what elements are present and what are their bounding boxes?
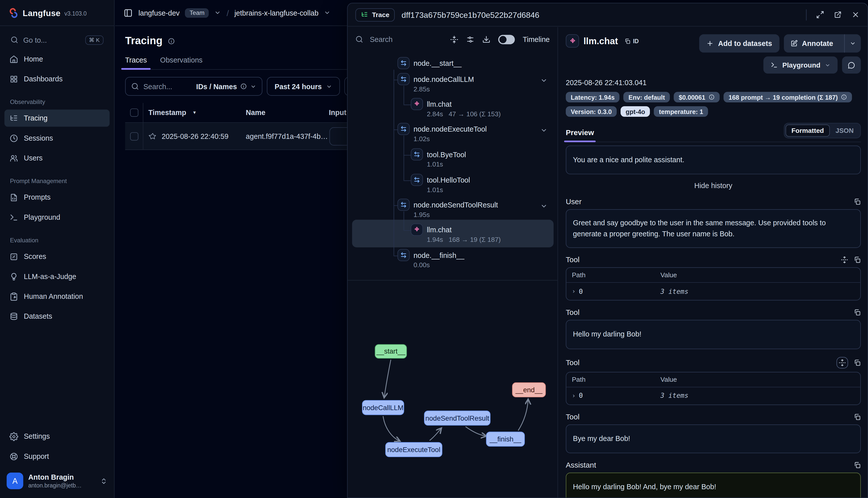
close-icon[interactable] [852,11,860,19]
sidebar-item-scores[interactable]: Scores [4,248,110,265]
tree-item-selected[interactable]: llm.chat [427,226,452,234]
playground-button[interactable]: Playground [764,56,838,74]
env-badge: Env: default [624,92,670,103]
duration: 1.02s [414,135,430,143]
graph-node-nodecallllm[interactable]: nodeCallLLM [362,400,404,415]
sidebar-item-home[interactable]: Home [4,51,110,68]
graph-node-end[interactable]: __end__ [512,382,546,397]
tree-item[interactable]: node.__finish__ [414,251,464,259]
unfold-vertical-icon[interactable] [841,257,848,264]
lightbulb-icon [9,272,18,281]
info-icon[interactable] [168,37,175,45]
tree-search-input[interactable]: Search [370,35,393,43]
chevron-down-icon[interactable] [540,127,548,134]
tree-item[interactable]: tool.HelloTool [427,176,470,184]
row-name: agent.f9f77d1a-437f-4b… [246,123,329,149]
sidebar-item-sessions[interactable]: Sessions [4,130,110,147]
chevron-right-icon[interactable]: › [572,288,575,295]
tree-item[interactable]: node.__start__ [414,59,462,68]
user-menu[interactable]: A Anton Bragin anton.bragin@jetb… [4,468,110,495]
add-to-datasets-button[interactable]: Add to datasets [699,35,779,53]
col-timestamp[interactable]: Timestamp [148,108,186,117]
sidebar-item-support[interactable]: Support [4,448,110,465]
breadcrumb-org[interactable]: langfuse-dev [139,9,180,17]
format-formatted[interactable]: Formatted [785,124,830,136]
sidebar-item-users[interactable]: Users [4,149,110,167]
tool-call-table: Path Value ›0 3 items [566,372,861,405]
tool-message: Bye my dear Bob! [566,424,861,453]
sidebar-item-datasets[interactable]: Datasets [4,307,110,325]
col-name[interactable]: Name [246,103,329,122]
search-scope-dropdown[interactable]: IDs / Names [196,82,257,90]
copy-icon[interactable] [854,413,861,420]
expand-icon[interactable] [816,11,824,19]
json-row[interactable]: ›0 3 items [566,283,860,300]
sidebar-item-playground[interactable]: Playground [4,209,110,226]
copy-icon[interactable] [854,359,861,366]
sidebar-item-prompts[interactable]: Prompts [4,188,110,206]
tree-item[interactable]: tool.ByeTool [427,150,466,159]
annotate-button[interactable]: Annotate [783,35,861,53]
copy-icon[interactable] [854,257,861,264]
copy-icon[interactable] [854,309,861,316]
unfold-vertical-button-focused[interactable] [836,357,848,368]
settings-sliders-icon[interactable] [466,35,475,43]
chevron-right-icon[interactable]: › [572,392,575,399]
tab-traces[interactable]: Traces [125,56,147,69]
hide-history-link[interactable]: Hide history [566,182,861,190]
tree-item[interactable]: node.nodeCallLLM [414,75,474,84]
span-type-icon [411,148,423,160]
user-message: Greet and say goodbye to the user in the… [566,209,861,248]
chevron-down-icon [250,83,256,89]
goto-search[interactable]: Go to... ⌘ K [5,32,108,48]
copy-id-button[interactable]: ID [624,38,639,44]
tree-item[interactable]: node.nodeExecuteTool [414,125,487,133]
chevron-down-icon[interactable] [324,9,331,16]
tree-item[interactable]: llm.chat [427,100,452,108]
chevron-down-icon[interactable] [540,202,548,210]
panel-left-icon[interactable] [124,8,133,17]
star-icon[interactable] [148,132,157,140]
chevron-down-icon[interactable] [215,9,221,16]
sidebar-item-tracing[interactable]: Tracing [4,109,110,127]
select-all-checkbox[interactable] [130,108,138,117]
copy-icon[interactable] [854,461,861,469]
role-label: User [566,198,582,206]
copy-icon[interactable] [854,198,861,206]
graph-node-finish[interactable]: __finish__ [486,432,525,446]
json-row[interactable]: ›0 3 items [566,387,860,404]
graph-node-nodesendtoolresult[interactable]: nodeSendToolResult [424,410,490,425]
comment-button[interactable] [842,56,861,74]
tokens-badge[interactable]: 168 prompt → 19 completion (Σ 187) [724,92,852,103]
graph-node-nodeexecutetool[interactable]: nodeExecuteTool [385,442,442,457]
row-checkbox[interactable] [130,132,138,140]
clock-icon [9,134,18,142]
format-json[interactable]: JSON [830,125,859,136]
search-input[interactable]: Search... IDs / Names [125,77,262,96]
cost-badge[interactable]: $0.00061 [674,92,720,103]
sidebar-item-human-annotation[interactable]: Human Annotation [4,288,110,305]
version-badge: Version: 0.3.0 [566,106,617,117]
time-range-select[interactable]: Past 24 hours [267,77,340,96]
download-icon[interactable] [482,35,491,43]
open-in-new-icon[interactable] [833,11,842,19]
breadcrumb-project[interactable]: jetbrains-x-langfuse-collab [234,9,318,17]
tab-preview[interactable]: Preview [566,128,594,142]
role-label: Tool [566,412,580,421]
timeline-toggle[interactable] [498,35,515,44]
fold-vertical-icon[interactable] [450,35,458,43]
database-icon [9,312,18,321]
sidebar-nav: Home Dashboards Observability Tracing Se… [0,51,114,328]
chevrons-up-down-icon [100,477,107,485]
model-badge[interactable]: gpt-4o [621,106,650,117]
annotate-dropdown[interactable] [844,35,861,53]
graph-node-start[interactable]: __start__ [375,344,407,358]
observation-detail: llm.chat ID Add to datasets [558,27,868,498]
sidebar-item-llm-judge[interactable]: LLM-as-a-Judge [4,268,110,285]
sidebar-item-settings[interactable]: Settings [4,428,110,445]
tab-observations[interactable]: Observations [160,56,203,69]
sidebar-item-dashboards[interactable]: Dashboards [4,70,110,88]
tree-item[interactable]: node.nodeSendToolResult [414,201,498,209]
chevron-down-icon[interactable] [540,77,548,84]
sidebar-item-label: Support [24,452,49,460]
